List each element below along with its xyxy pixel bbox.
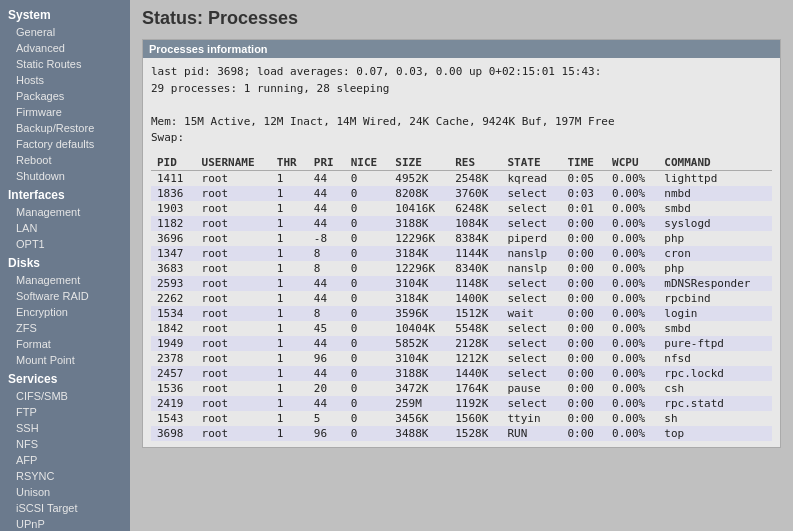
table-cell-command-11: pure-ftpd	[658, 336, 772, 351]
sidebar-item-packages[interactable]: Packages	[0, 88, 130, 104]
table-cell-state-3: select	[502, 216, 562, 231]
sidebar-item-cifs-smb[interactable]: CIFS/SMB	[0, 388, 130, 404]
sidebar-item-reboot[interactable]: Reboot	[0, 152, 130, 168]
sidebar-item-management[interactable]: Management	[0, 272, 130, 288]
table-cell-state-9: wait	[502, 306, 562, 321]
table-cell-time-5: 0:00	[561, 246, 606, 261]
table-cell-wcpu-15: 0.00%	[606, 396, 658, 411]
table-cell-thr-6: 1	[271, 261, 308, 276]
table-cell-nice-17: 0	[345, 426, 390, 441]
table-row: 2457root14403188K1440Kselect0:000.00%rpc…	[151, 366, 772, 381]
sidebar-section-system: System	[0, 4, 130, 24]
sidebar-item-software-raid[interactable]: Software RAID	[0, 288, 130, 304]
sidebar-item-management[interactable]: Management	[0, 204, 130, 220]
table-cell-pid-0: 1411	[151, 170, 196, 186]
table-cell-size-10: 10404K	[389, 321, 449, 336]
table-cell-username-14: root	[196, 381, 271, 396]
table-cell-command-0: lighttpd	[658, 170, 772, 186]
table-cell-pid-11: 1949	[151, 336, 196, 351]
table-row: 3683root18012296K8340Knanslp0:000.00%php	[151, 261, 772, 276]
table-cell-state-17: RUN	[502, 426, 562, 441]
sidebar-item-general[interactable]: General	[0, 24, 130, 40]
table-cell-command-17: top	[658, 426, 772, 441]
table-cell-size-7: 3104K	[389, 276, 449, 291]
table-cell-res-0: 2548K	[449, 170, 501, 186]
page-title: Status: Processes	[142, 8, 781, 29]
sidebar-item-shutdown[interactable]: Shutdown	[0, 168, 130, 184]
table-cell-wcpu-6: 0.00%	[606, 261, 658, 276]
table-cell-res-11: 2128K	[449, 336, 501, 351]
table-cell-nice-3: 0	[345, 216, 390, 231]
table-cell-time-15: 0:00	[561, 396, 606, 411]
table-row: 2378root19603104K1212Kselect0:000.00%nfs…	[151, 351, 772, 366]
table-cell-pri-11: 44	[308, 336, 345, 351]
sidebar-item-factory-defaults[interactable]: Factory defaults	[0, 136, 130, 152]
table-cell-username-16: root	[196, 411, 271, 426]
table-cell-command-3: syslogd	[658, 216, 772, 231]
sidebar-item-mount-point[interactable]: Mount Point	[0, 352, 130, 368]
table-cell-thr-16: 1	[271, 411, 308, 426]
sidebar-item-unison[interactable]: Unison	[0, 484, 130, 500]
table-cell-username-6: root	[196, 261, 271, 276]
sidebar-item-rsync[interactable]: RSYNC	[0, 468, 130, 484]
table-cell-thr-13: 1	[271, 366, 308, 381]
table-header-thr: THR	[271, 155, 308, 171]
table-cell-res-13: 1440K	[449, 366, 501, 381]
sidebar-item-upnp[interactable]: UPnP	[0, 516, 130, 531]
table-row: 1543root1503456K1560Kttyin0:000.00%sh	[151, 411, 772, 426]
table-cell-wcpu-17: 0.00%	[606, 426, 658, 441]
table-cell-nice-4: 0	[345, 231, 390, 246]
table-cell-thr-1: 1	[271, 186, 308, 201]
table-row: 3696root1-8012296K8384Kpiperd0:000.00%ph…	[151, 231, 772, 246]
info-line2: 29 processes: 1 running, 28 sleeping	[151, 81, 772, 98]
sidebar-item-static-routes[interactable]: Static Routes	[0, 56, 130, 72]
sidebar-item-firmware[interactable]: Firmware	[0, 104, 130, 120]
table-cell-size-16: 3456K	[389, 411, 449, 426]
sidebar-item-nfs[interactable]: NFS	[0, 436, 130, 452]
sidebar-item-zfs[interactable]: ZFS	[0, 320, 130, 336]
sidebar-item-opt1[interactable]: OPT1	[0, 236, 130, 252]
sidebar-item-format[interactable]: Format	[0, 336, 130, 352]
sidebar-item-lan[interactable]: LAN	[0, 220, 130, 236]
table-cell-state-8: select	[502, 291, 562, 306]
table-cell-wcpu-5: 0.00%	[606, 246, 658, 261]
table-cell-nice-15: 0	[345, 396, 390, 411]
sidebar-item-hosts[interactable]: Hosts	[0, 72, 130, 88]
table-cell-res-12: 1212K	[449, 351, 501, 366]
sidebar-item-afp[interactable]: AFP	[0, 452, 130, 468]
table-cell-username-15: root	[196, 396, 271, 411]
table-cell-wcpu-14: 0.00%	[606, 381, 658, 396]
sidebar-item-backup-restore[interactable]: Backup/Restore	[0, 120, 130, 136]
table-cell-size-5: 3184K	[389, 246, 449, 261]
sidebar-item-ssh[interactable]: SSH	[0, 420, 130, 436]
table-cell-pid-13: 2457	[151, 366, 196, 381]
sidebar-item-iscsi-target[interactable]: iSCSI Target	[0, 500, 130, 516]
table-cell-res-14: 1764K	[449, 381, 501, 396]
table-cell-time-8: 0:00	[561, 291, 606, 306]
sidebar-item-encryption[interactable]: Encryption	[0, 304, 130, 320]
table-cell-pri-3: 44	[308, 216, 345, 231]
table-cell-res-16: 1560K	[449, 411, 501, 426]
info-line4: Mem: 15M Active, 12M Inact, 14M Wired, 2…	[151, 114, 772, 131]
table-cell-thr-5: 1	[271, 246, 308, 261]
table-cell-command-12: nfsd	[658, 351, 772, 366]
table-cell-pid-2: 1903	[151, 201, 196, 216]
table-cell-size-9: 3596K	[389, 306, 449, 321]
table-cell-nice-11: 0	[345, 336, 390, 351]
table-cell-pid-12: 2378	[151, 351, 196, 366]
table-cell-command-1: nmbd	[658, 186, 772, 201]
table-cell-nice-8: 0	[345, 291, 390, 306]
table-cell-res-4: 8384K	[449, 231, 501, 246]
table-row: 1347root1803184K1144Knanslp0:000.00%cron	[151, 246, 772, 261]
sidebar-item-ftp[interactable]: FTP	[0, 404, 130, 420]
table-cell-time-7: 0:00	[561, 276, 606, 291]
table-header-username: USERNAME	[196, 155, 271, 171]
table-cell-username-13: root	[196, 366, 271, 381]
table-cell-pri-8: 44	[308, 291, 345, 306]
table-cell-res-8: 1400K	[449, 291, 501, 306]
sidebar-item-advanced[interactable]: Advanced	[0, 40, 130, 56]
table-cell-nice-1: 0	[345, 186, 390, 201]
table-header-nice: NICE	[345, 155, 390, 171]
table-cell-size-11: 5852K	[389, 336, 449, 351]
table-cell-command-14: csh	[658, 381, 772, 396]
